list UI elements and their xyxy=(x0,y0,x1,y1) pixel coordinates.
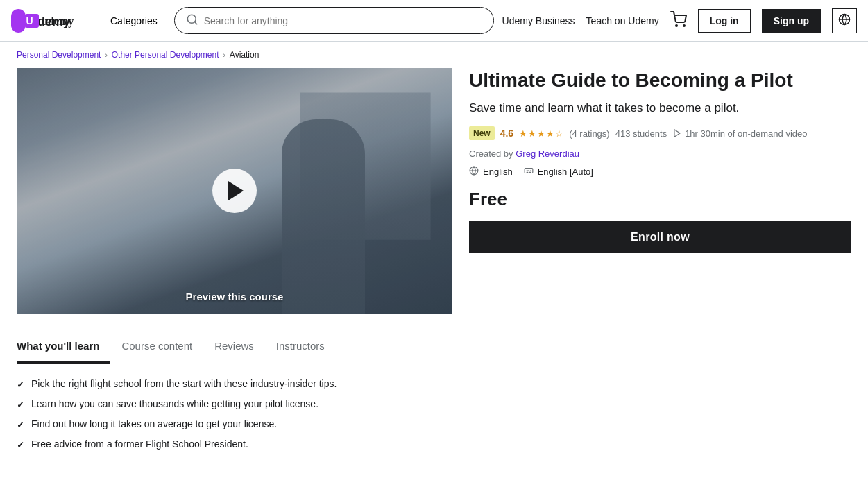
tab-what-youll-learn[interactable]: What you'll learn xyxy=(17,330,110,364)
video-duration: 1hr 30min of on-demand video xyxy=(685,128,807,139)
breadcrumb-aviation: Aviation xyxy=(230,50,259,60)
caption-item: English [Auto] xyxy=(524,166,593,178)
video-duration-meta: 1hr 30min of on-demand video xyxy=(672,128,807,139)
language-selector[interactable] xyxy=(832,8,857,33)
created-by-label: Created by xyxy=(469,148,513,159)
logo[interactable]: udemy u xyxy=(11,9,74,33)
globe-icon xyxy=(469,166,479,178)
nav-udemy-business[interactable]: Udemy Business xyxy=(502,15,575,26)
rating-number: 4.6 xyxy=(500,128,513,139)
categories-button[interactable]: Categories xyxy=(102,11,166,31)
play-icon xyxy=(228,181,244,200)
course-title: Ultimate Guide to Becoming a Pilot xyxy=(469,68,851,93)
header: udemy u U udemy Categories Udemy Busines… xyxy=(0,0,868,42)
enroll-button[interactable]: Enroll now xyxy=(469,221,851,253)
signup-button[interactable]: Sign up xyxy=(762,9,821,33)
header-right: Udemy Business Teach on Udemy Log in Sig… xyxy=(502,8,857,33)
rating-count: (4 ratings) xyxy=(569,128,610,139)
star-rating: ★ ★ ★ ★ ☆ xyxy=(519,128,563,139)
video-section: Preview this course xyxy=(17,68,452,314)
search-input[interactable] xyxy=(204,15,482,26)
breadcrumb-other-personal-dev[interactable]: Other Personal Development xyxy=(112,50,219,60)
learn-item-4: ✓ Free advice from a former Flight Schoo… xyxy=(17,438,851,450)
student-count: 413 students xyxy=(615,128,667,139)
tab-reviews[interactable]: Reviews xyxy=(203,330,265,364)
tab-instructors[interactable]: Instructors xyxy=(265,330,336,364)
star-4: ★ xyxy=(546,128,554,139)
star-3: ★ xyxy=(537,128,545,139)
tab-course-content[interactable]: Course content xyxy=(110,330,203,364)
check-icon-1: ✓ xyxy=(17,379,24,390)
search-bar xyxy=(174,7,494,34)
star-1: ★ xyxy=(519,128,527,139)
cart-icon[interactable] xyxy=(670,11,687,30)
learn-text-4: Free advice from a former Flight School … xyxy=(31,438,248,450)
breadcrumb: Personal Development › Other Personal De… xyxy=(0,42,868,68)
star-half: ☆ xyxy=(555,128,563,139)
breadcrumb-sep-2: › xyxy=(223,51,225,59)
new-badge: New xyxy=(469,126,495,140)
learn-text-1: Pick the right flight school from the st… xyxy=(31,378,337,389)
course-subtitle: Save time and learn what it takes to bec… xyxy=(469,101,851,115)
learn-item-3: ✓ Find out how long it takes on average … xyxy=(17,418,851,430)
main-content: Preview this course Ultimate Guide to Be… xyxy=(0,68,868,330)
svg-point-6 xyxy=(676,25,677,26)
language-item: English xyxy=(469,166,513,178)
search-icon xyxy=(186,13,198,28)
created-by: Created by Greg Reverdiau xyxy=(469,148,851,159)
tabs: What you'll learn Course content Reviews… xyxy=(17,330,851,364)
learn-section: ✓ Pick the right flight school from the … xyxy=(0,364,868,472)
svg-point-7 xyxy=(683,25,685,26)
play-button[interactable] xyxy=(212,169,257,213)
language-text: English xyxy=(483,167,513,177)
nav-teach-on-udemy[interactable]: Teach on Udemy xyxy=(586,15,659,26)
video-preview[interactable]: Preview this course xyxy=(17,68,452,314)
course-price: Free xyxy=(469,189,851,210)
tabs-section: What you'll learn Course content Reviews… xyxy=(0,330,868,364)
preview-label: Preview this course xyxy=(186,291,284,302)
check-icon-3: ✓ xyxy=(17,420,24,430)
login-button[interactable]: Log in xyxy=(698,9,751,33)
language-section: English English [Auto] xyxy=(469,166,851,178)
course-meta: New 4.6 ★ ★ ★ ★ ☆ (4 ratings) 413 studen… xyxy=(469,126,851,140)
star-2: ★ xyxy=(528,128,536,139)
breadcrumb-sep-1: › xyxy=(105,51,107,59)
learn-text-2: Learn how you can save thousands while g… xyxy=(31,398,318,409)
check-icon-2: ✓ xyxy=(17,400,24,410)
svg-marker-10 xyxy=(674,130,680,137)
learn-item-2: ✓ Learn how you can save thousands while… xyxy=(17,398,851,410)
svg-line-5 xyxy=(194,22,196,24)
learn-item-1: ✓ Pick the right flight school from the … xyxy=(17,378,851,390)
caption-icon xyxy=(524,166,534,178)
check-icon-4: ✓ xyxy=(17,440,24,450)
learn-text-3: Find out how long it takes on average to… xyxy=(31,418,277,429)
captions-text: English [Auto] xyxy=(538,167,593,177)
instructor-link[interactable]: Greg Reverdiau xyxy=(516,148,579,159)
breadcrumb-personal-dev[interactable]: Personal Development xyxy=(17,50,101,60)
course-info: Ultimate Guide to Becoming a Pilot Save … xyxy=(452,68,851,314)
